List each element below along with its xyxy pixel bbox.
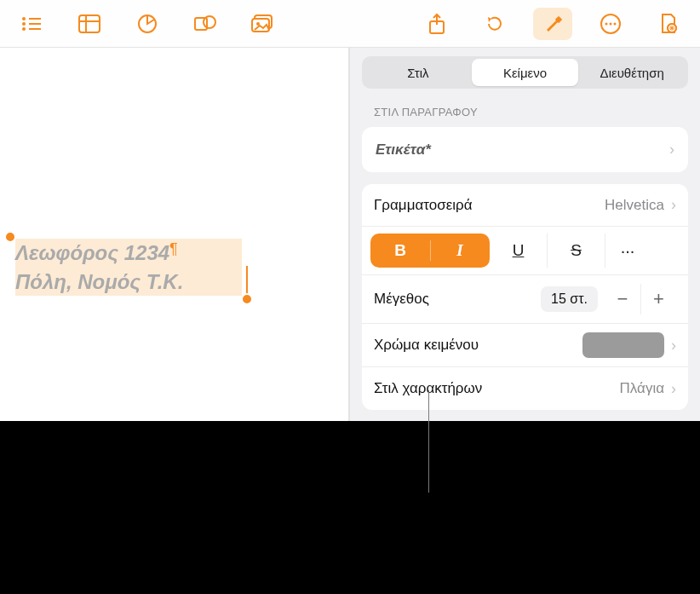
document-settings-button[interactable] [649, 8, 688, 40]
size-row: Μέγεθος 15 στ. − + [362, 275, 688, 324]
app-window: Λεωφόρος 1234¶ Πόλη, Νομός Τ.Κ. Στιλ Κεί… [0, 0, 700, 421]
text-color-row[interactable]: Χρώμα κειμένου › [362, 324, 688, 367]
font-label: Γραμματοσειρά [374, 197, 605, 214]
list-icon [20, 15, 43, 32]
character-style-value: Πλάγια [620, 380, 664, 397]
undo-icon [485, 14, 505, 34]
strikethrough-button[interactable]: S [548, 234, 605, 268]
chart-icon [137, 14, 158, 34]
selection-handle-bottom-right[interactable] [241, 293, 253, 305]
text-properties-list: Γραμματοσειρά Helvetica › B I U S ··· [362, 184, 688, 410]
paragraph-style-section-label: ΣΤΙΛ ΠΑΡΑΓΡΑΦΟΥ [350, 101, 700, 124]
svg-point-19 [610, 22, 612, 25]
text-color-label: Χρώμα κειμένου [374, 337, 582, 354]
bold-italic-group: B I [370, 234, 490, 268]
text-style-row: B I U S ··· [362, 227, 688, 275]
paragraph-style-picker[interactable]: Ετικέτα* › [362, 127, 688, 172]
list-view-button[interactable] [12, 8, 51, 40]
document-canvas[interactable]: Λεωφόρος 1234¶ Πόλη, Νομός Τ.Κ. [0, 48, 349, 421]
text-line[interactable]: Λεωφόρος 1234¶ [15, 239, 242, 268]
toolbar-right [417, 8, 688, 40]
paragraph-style-value: Ετικέτα* [376, 141, 431, 159]
italic-button[interactable]: I [430, 234, 490, 268]
chevron-right-icon: › [671, 196, 676, 214]
format-icon [542, 13, 564, 35]
character-style-row[interactable]: Στιλ χαρακτήρων Πλάγια › [362, 367, 688, 410]
size-decrease-button[interactable]: − [605, 284, 640, 314]
format-inspector: Στιλ Κείμενο Διευθέτηση ΣΤΙΛ ΠΑΡΑΓΡΑΦΟΥ … [349, 48, 700, 421]
svg-point-0 [22, 17, 26, 20]
selected-textbox[interactable]: Λεωφόρος 1234¶ Πόλη, Νομός Τ.Κ. [10, 237, 247, 299]
toolbar-left [12, 8, 283, 40]
bold-button[interactable]: B [370, 234, 430, 268]
selection-handle-top-left[interactable] [4, 231, 16, 243]
size-label: Μέγεθος [374, 291, 541, 308]
table-icon [78, 14, 100, 33]
toolbar [0, 0, 700, 48]
document-icon [659, 13, 678, 35]
chart-button[interactable] [128, 8, 167, 40]
media-button[interactable] [244, 8, 283, 40]
font-value: Helvetica [605, 197, 664, 214]
svg-rect-10 [195, 18, 207, 30]
shape-button[interactable] [186, 8, 225, 40]
chevron-right-icon: › [671, 337, 676, 355]
tab-text[interactable]: Κείμενο [472, 59, 579, 86]
more-icon [600, 13, 622, 35]
svg-point-20 [614, 22, 617, 25]
svg-point-11 [204, 16, 215, 28]
text-content: Πόλη, Νομός Τ.Κ. [15, 270, 183, 293]
pilcrow-icon: ¶ [169, 240, 178, 257]
size-value[interactable]: 15 στ. [541, 286, 598, 312]
svg-rect-6 [79, 15, 100, 32]
shape-icon [194, 14, 216, 34]
text-content: Λεωφόρος 1234 [15, 241, 169, 264]
inspector-tabs: Στιλ Κείμενο Διευθέτηση [362, 56, 688, 89]
undo-button[interactable] [475, 8, 514, 40]
more-button[interactable] [591, 8, 630, 40]
size-increase-button[interactable]: + [640, 284, 676, 314]
tab-arrange[interactable]: Διευθέτηση [578, 59, 686, 86]
share-icon [427, 13, 446, 35]
underline-button[interactable]: U [490, 234, 548, 268]
callout-line [428, 390, 429, 493]
chevron-right-icon: › [669, 141, 674, 159]
media-icon [251, 14, 275, 33]
svg-point-18 [605, 22, 608, 25]
main-area: Λεωφόρος 1234¶ Πόλη, Νομός Τ.Κ. Στιλ Κεί… [0, 48, 700, 421]
format-button[interactable] [533, 8, 572, 40]
text-line[interactable]: Πόλη, Νομός Τ.Κ. [15, 268, 242, 297]
chevron-right-icon: › [671, 380, 676, 398]
share-button[interactable] [417, 8, 456, 40]
svg-point-4 [22, 27, 26, 31]
svg-point-2 [22, 22, 26, 26]
font-row[interactable]: Γραμματοσειρά Helvetica › [362, 184, 688, 227]
more-styles-button[interactable]: ··· [605, 234, 650, 268]
character-style-label: Στιλ χαρακτήρων [374, 380, 620, 397]
color-swatch[interactable] [582, 332, 664, 358]
size-stepper: − + [605, 284, 676, 314]
tab-style[interactable]: Στιλ [364, 59, 472, 86]
table-button[interactable] [70, 8, 109, 40]
text-cursor [246, 266, 248, 297]
